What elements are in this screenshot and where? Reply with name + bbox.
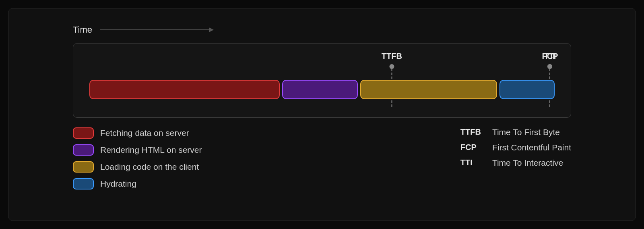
legend-label: Fetching data on server [100,128,189,138]
markers-row: TTFB FCP TTI [89,52,555,80]
abbr-desc: Time To First Byte [492,127,571,137]
marker-label: TTI [544,52,556,61]
time-arrow-icon [100,29,213,30]
marker-label: TTFB [382,52,402,61]
legend-label: Rendering HTML on server [100,145,202,155]
legend-item-render: Rendering HTML on server [73,144,202,156]
marker-ttfb: TTFB [382,52,402,69]
time-axis-header: Time [73,25,571,35]
legend-label: Loading code on the client [100,162,199,172]
legend-item-fetch: Fetching data on server [73,127,202,139]
diagram-panel: Time TTFB FCP TTI [8,8,636,221]
legend-abbreviations: TTFB Time To First Byte FCP First Conten… [460,127,571,189]
bar-loading-code [360,80,497,99]
legend-row: Fetching data on server Rendering HTML o… [73,127,571,189]
abbr: TTFB [460,127,481,137]
legend-item-load: Loading code on the client [73,161,202,173]
bar-fetching-data [89,80,280,99]
swatch-render-icon [73,144,94,156]
time-label: Time [73,25,92,35]
marker-tti: TTI [544,52,556,69]
swatch-load-icon [73,161,94,173]
swatch-hydrate-icon [73,178,94,189]
legend-label: Hydrating [100,179,136,189]
timeline-container: TTFB FCP TTI [73,43,571,118]
abbr-desc: Time To Interactive [492,158,571,168]
legend-item-hydrate: Hydrating [73,178,202,189]
swatch-fetch-icon [73,127,94,139]
abbr: FCP [460,143,481,152]
abbr-desc: First Contentful Paint [492,143,571,152]
bar-hydrating [500,80,555,99]
abbr: TTI [460,158,481,168]
legend-colors: Fetching data on server Rendering HTML o… [73,127,202,189]
timeline-bars [89,80,555,100]
bar-rendering-html [282,80,358,99]
